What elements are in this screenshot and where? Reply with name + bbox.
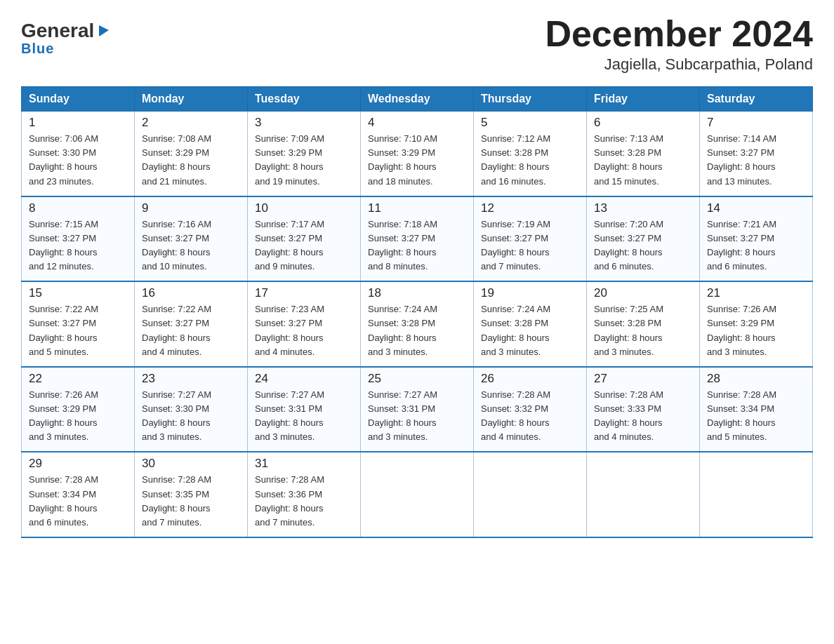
- day-info: Sunrise: 7:26 AMSunset: 3:29 PMDaylight:…: [29, 389, 98, 442]
- day-info: Sunrise: 7:28 AMSunset: 3:32 PMDaylight:…: [481, 389, 550, 442]
- calendar-cell: [361, 452, 474, 537]
- day-number: 20: [594, 286, 692, 300]
- day-info: Sunrise: 7:12 AMSunset: 3:28 PMDaylight:…: [481, 133, 550, 186]
- day-info: Sunrise: 7:28 AMSunset: 3:34 PMDaylight:…: [707, 389, 776, 442]
- day-info: Sunrise: 7:22 AMSunset: 3:27 PMDaylight:…: [142, 304, 211, 356]
- logo-general-text: General: [21, 21, 94, 41]
- calendar-cell: 2 Sunrise: 7:08 AMSunset: 3:29 PMDayligh…: [135, 112, 248, 196]
- calendar-cell: 3 Sunrise: 7:09 AMSunset: 3:29 PMDayligh…: [248, 112, 361, 196]
- day-info: Sunrise: 7:20 AMSunset: 3:27 PMDaylight:…: [594, 219, 663, 271]
- calendar-cell: 10 Sunrise: 7:17 AMSunset: 3:27 PMDaylig…: [248, 196, 361, 282]
- day-info: Sunrise: 7:17 AMSunset: 3:27 PMDaylight:…: [255, 219, 324, 271]
- day-number: 28: [707, 372, 805, 386]
- logo: General Blue: [21, 21, 112, 57]
- calendar-cell: 8 Sunrise: 7:15 AMSunset: 3:27 PMDayligh…: [22, 196, 135, 282]
- calendar-cell: 30 Sunrise: 7:28 AMSunset: 3:35 PMDaylig…: [135, 452, 248, 537]
- day-number: 11: [368, 201, 466, 215]
- calendar-cell: 15 Sunrise: 7:22 AMSunset: 3:27 PMDaylig…: [22, 281, 135, 367]
- day-number: 19: [481, 286, 579, 300]
- calendar-week-row: 15 Sunrise: 7:22 AMSunset: 3:27 PMDaylig…: [22, 281, 813, 367]
- calendar-week-row: 29 Sunrise: 7:28 AMSunset: 3:34 PMDaylig…: [22, 452, 813, 537]
- day-info: Sunrise: 7:26 AMSunset: 3:29 PMDaylight:…: [707, 304, 776, 356]
- day-number: 24: [255, 372, 353, 386]
- day-number: 12: [481, 201, 579, 215]
- day-info: Sunrise: 7:10 AMSunset: 3:29 PMDaylight:…: [368, 133, 437, 186]
- day-info: Sunrise: 7:21 AMSunset: 3:27 PMDaylight:…: [707, 219, 776, 271]
- day-number: 30: [142, 457, 240, 471]
- day-info: Sunrise: 7:08 AMSunset: 3:29 PMDaylight:…: [142, 133, 211, 186]
- day-info: Sunrise: 7:22 AMSunset: 3:27 PMDaylight:…: [29, 304, 98, 356]
- day-number: 26: [481, 372, 579, 386]
- calendar-week-row: 8 Sunrise: 7:15 AMSunset: 3:27 PMDayligh…: [22, 196, 813, 282]
- svg-marker-0: [99, 25, 109, 36]
- page-title: December 2024: [545, 14, 813, 54]
- day-info: Sunrise: 7:28 AMSunset: 3:35 PMDaylight:…: [142, 474, 211, 527]
- calendar-cell: 20 Sunrise: 7:25 AMSunset: 3:28 PMDaylig…: [587, 281, 700, 367]
- day-info: Sunrise: 7:28 AMSunset: 3:36 PMDaylight:…: [255, 474, 324, 527]
- calendar-cell: 4 Sunrise: 7:10 AMSunset: 3:29 PMDayligh…: [361, 112, 474, 196]
- calendar-cell: 14 Sunrise: 7:21 AMSunset: 3:27 PMDaylig…: [700, 196, 813, 282]
- day-number: 21: [707, 286, 805, 300]
- calendar-cell: 12 Sunrise: 7:19 AMSunset: 3:27 PMDaylig…: [474, 196, 587, 282]
- calendar-header-thursday: Thursday: [474, 87, 587, 112]
- day-number: 23: [142, 372, 240, 386]
- day-info: Sunrise: 7:27 AMSunset: 3:31 PMDaylight:…: [255, 389, 324, 442]
- day-number: 18: [368, 286, 466, 300]
- calendar-header-wednesday: Wednesday: [361, 87, 474, 112]
- day-info: Sunrise: 7:19 AMSunset: 3:27 PMDaylight:…: [481, 219, 550, 271]
- calendar-cell: [474, 452, 587, 537]
- day-number: 27: [594, 372, 692, 386]
- day-info: Sunrise: 7:24 AMSunset: 3:28 PMDaylight:…: [368, 304, 437, 356]
- logo-triangle-icon: [96, 22, 112, 38]
- day-number: 22: [29, 372, 127, 386]
- calendar-cell: 6 Sunrise: 7:13 AMSunset: 3:28 PMDayligh…: [587, 112, 700, 196]
- day-info: Sunrise: 7:27 AMSunset: 3:30 PMDaylight:…: [142, 389, 211, 442]
- calendar-cell: 13 Sunrise: 7:20 AMSunset: 3:27 PMDaylig…: [587, 196, 700, 282]
- title-area: December 2024 Jagiella, Subcarpathia, Po…: [545, 14, 813, 74]
- calendar-cell: 7 Sunrise: 7:14 AMSunset: 3:27 PMDayligh…: [700, 112, 813, 196]
- calendar-cell: 27 Sunrise: 7:28 AMSunset: 3:33 PMDaylig…: [587, 367, 700, 452]
- day-info: Sunrise: 7:13 AMSunset: 3:28 PMDaylight:…: [594, 133, 663, 186]
- day-info: Sunrise: 7:27 AMSunset: 3:31 PMDaylight:…: [368, 389, 437, 442]
- calendar-week-row: 22 Sunrise: 7:26 AMSunset: 3:29 PMDaylig…: [22, 367, 813, 452]
- day-number: 31: [255, 457, 353, 471]
- day-info: Sunrise: 7:24 AMSunset: 3:28 PMDaylight:…: [481, 304, 550, 356]
- day-info: Sunrise: 7:28 AMSunset: 3:33 PMDaylight:…: [594, 389, 663, 442]
- day-number: 9: [142, 201, 240, 215]
- day-number: 3: [255, 116, 353, 130]
- day-number: 29: [29, 457, 127, 471]
- day-info: Sunrise: 7:23 AMSunset: 3:27 PMDaylight:…: [255, 304, 324, 356]
- calendar-cell: 26 Sunrise: 7:28 AMSunset: 3:32 PMDaylig…: [474, 367, 587, 452]
- day-number: 10: [255, 201, 353, 215]
- calendar-cell: 17 Sunrise: 7:23 AMSunset: 3:27 PMDaylig…: [248, 281, 361, 367]
- calendar-cell: 24 Sunrise: 7:27 AMSunset: 3:31 PMDaylig…: [248, 367, 361, 452]
- calendar-cell: 28 Sunrise: 7:28 AMSunset: 3:34 PMDaylig…: [700, 367, 813, 452]
- calendar-cell: 1 Sunrise: 7:06 AMSunset: 3:30 PMDayligh…: [22, 112, 135, 196]
- day-number: 7: [707, 116, 805, 130]
- calendar-cell: 29 Sunrise: 7:28 AMSunset: 3:34 PMDaylig…: [22, 452, 135, 537]
- calendar-cell: 5 Sunrise: 7:12 AMSunset: 3:28 PMDayligh…: [474, 112, 587, 196]
- day-number: 16: [142, 286, 240, 300]
- day-number: 1: [29, 116, 127, 130]
- day-info: Sunrise: 7:15 AMSunset: 3:27 PMDaylight:…: [29, 219, 98, 271]
- day-info: Sunrise: 7:25 AMSunset: 3:28 PMDaylight:…: [594, 304, 663, 356]
- calendar-cell: [587, 452, 700, 537]
- page-subtitle: Jagiella, Subcarpathia, Poland: [545, 55, 813, 74]
- day-info: Sunrise: 7:09 AMSunset: 3:29 PMDaylight:…: [255, 133, 324, 186]
- calendar-cell: 23 Sunrise: 7:27 AMSunset: 3:30 PMDaylig…: [135, 367, 248, 452]
- day-number: 4: [368, 116, 466, 130]
- calendar-cell: 25 Sunrise: 7:27 AMSunset: 3:31 PMDaylig…: [361, 367, 474, 452]
- logo-blue-text: Blue: [21, 41, 54, 57]
- calendar-cell: 19 Sunrise: 7:24 AMSunset: 3:28 PMDaylig…: [474, 281, 587, 367]
- day-number: 5: [481, 116, 579, 130]
- day-number: 8: [29, 201, 127, 215]
- calendar-header-monday: Monday: [135, 87, 248, 112]
- calendar-table: SundayMondayTuesdayWednesdayThursdayFrid…: [21, 86, 813, 538]
- day-number: 6: [594, 116, 692, 130]
- page-header: General Blue December 2024 Jagiella, Sub…: [21, 14, 813, 74]
- day-number: 15: [29, 286, 127, 300]
- calendar-header-friday: Friday: [587, 87, 700, 112]
- calendar-header-sunday: Sunday: [22, 87, 135, 112]
- calendar-cell: 18 Sunrise: 7:24 AMSunset: 3:28 PMDaylig…: [361, 281, 474, 367]
- calendar-header-saturday: Saturday: [700, 87, 813, 112]
